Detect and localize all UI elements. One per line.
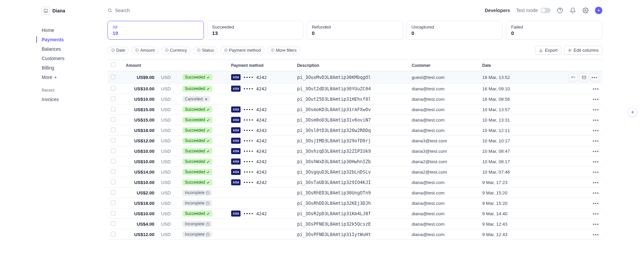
header-customer[interactable]: Customer bbox=[409, 60, 479, 71]
table-row[interactable]: US$12.00USDIncompletepi_3OsPFND3L8Amtip3… bbox=[108, 229, 602, 240]
card-last4: •••• 4242 bbox=[243, 107, 267, 112]
row-more-button[interactable]: ••• bbox=[593, 180, 599, 185]
row-checkbox[interactable] bbox=[111, 138, 116, 143]
table-row[interactable]: US$10.00USDSucceededVISA•••• 4242pi_3Osh… bbox=[108, 146, 602, 156]
row-more-button[interactable]: ••• bbox=[593, 190, 599, 196]
row-checkbox[interactable] bbox=[111, 200, 116, 205]
row-checkbox[interactable] bbox=[111, 169, 116, 174]
export-button[interactable]: Export bbox=[535, 46, 561, 55]
table-row[interactable]: US$12.00USDSucceededVISA•••• 4242pi_3Osj… bbox=[108, 136, 602, 146]
stat-card-succeeded[interactable]: Succeeded13 bbox=[207, 21, 304, 40]
status-badge: Succeeded bbox=[182, 74, 212, 80]
row-checkbox[interactable] bbox=[111, 190, 116, 195]
nav-item-billing[interactable]: Billing bbox=[0, 63, 97, 73]
row-more-button[interactable]: ••• bbox=[593, 221, 599, 227]
description-value: pi_3Osl0tD3L8Amtip326w2RDDq bbox=[294, 125, 408, 136]
row-checkbox[interactable] bbox=[111, 159, 116, 164]
row-checkbox[interactable] bbox=[111, 117, 116, 122]
filter-amount[interactable]: Amount bbox=[131, 47, 158, 54]
filter-more-filters[interactable]: More filters bbox=[267, 47, 300, 54]
refund-button[interactable] bbox=[569, 73, 577, 81]
floating-add-button[interactable] bbox=[628, 107, 637, 117]
filter-payment-method[interactable]: Payment method bbox=[220, 47, 265, 54]
table-row[interactable]: US$10.00USDSucceededVISA•••• 4242pi_3Out… bbox=[108, 84, 602, 94]
table-row[interactable]: US$10.00USDSucceededVISA•••• 4242pi_3Osh… bbox=[108, 156, 602, 167]
toggle-switch[interactable] bbox=[541, 8, 551, 13]
payments-table: Amount Payment method Description Custom… bbox=[108, 59, 602, 240]
nav-item-balances[interactable]: Balances bbox=[0, 44, 97, 54]
row-more-button[interactable]: ••• bbox=[593, 96, 599, 102]
table-row[interactable]: US$18.00USDIncompletepi_3OsRhDD3L8Amtip3… bbox=[108, 198, 602, 209]
account-switcher[interactable]: Diana bbox=[0, 5, 97, 16]
row-checkbox[interactable] bbox=[111, 232, 116, 236]
row-more-button[interactable]: ••• bbox=[593, 138, 599, 144]
table-row[interactable]: US$15.00USDSucceededVISA•••• 4242pi_3Osm… bbox=[108, 104, 602, 115]
table-row[interactable]: US$4.00USDIncompletepi_3OsPFND3L8Amtip32… bbox=[108, 219, 602, 229]
table-row[interactable]: US$10.00USDSucceededVISA•••• 4242pi_3OsR… bbox=[108, 209, 602, 219]
row-more-button[interactable]: ••• bbox=[590, 73, 599, 81]
table-row[interactable]: US$9.00USDSucceededVISA•••• 4242pi_3OuxM… bbox=[108, 71, 602, 84]
header-amount[interactable]: Amount bbox=[123, 60, 228, 71]
row-more-button[interactable]: ••• bbox=[593, 200, 599, 206]
recent-item-invoices[interactable]: Invoices bbox=[0, 95, 97, 104]
table-row[interactable]: US$10.00USDCancelledpi_3Out25D3L8Amtip31… bbox=[108, 94, 602, 104]
row-more-button[interactable]: ••• bbox=[593, 232, 599, 237]
table-row[interactable]: US$14.00USDSucceededVISA•••• 4242pi_3Osg… bbox=[108, 167, 602, 177]
nav-item-payments[interactable]: Payments bbox=[0, 35, 97, 44]
test-mode-toggle[interactable]: Test mode bbox=[516, 8, 551, 13]
notifications-icon[interactable] bbox=[569, 7, 576, 14]
check-icon bbox=[206, 129, 210, 132]
developers-link[interactable]: Developers bbox=[485, 8, 510, 13]
stat-card-uncaptured[interactable]: Uncaptured0 bbox=[406, 21, 503, 40]
table-row[interactable]: US$10.00USDSucceededVISA•••• 4242pi_3OsT… bbox=[108, 177, 602, 188]
row-checkbox[interactable] bbox=[111, 86, 116, 91]
select-all-checkbox[interactable] bbox=[111, 62, 116, 67]
row-more-button[interactable]: ••• bbox=[593, 117, 599, 123]
table-row[interactable]: US$18.00USDSucceededVISA•••• 4242pi_3Osl… bbox=[108, 125, 602, 136]
amount-value: US$15.00 bbox=[123, 115, 158, 125]
create-button[interactable] bbox=[595, 7, 602, 14]
row-checkbox[interactable] bbox=[111, 107, 116, 111]
header-date[interactable]: Date bbox=[479, 60, 545, 71]
row-checkbox[interactable] bbox=[111, 221, 116, 226]
row-checkbox[interactable] bbox=[111, 96, 116, 101]
card-last4: •••• 4242 bbox=[243, 128, 267, 133]
filter-currency[interactable]: Currency bbox=[161, 47, 191, 54]
nav-item-customers[interactable]: Customers bbox=[0, 54, 97, 63]
stat-card-refunded[interactable]: Refunded0 bbox=[307, 21, 403, 40]
stat-card-failed[interactable]: Failed0 bbox=[506, 21, 602, 40]
nav-item-home[interactable]: Home bbox=[0, 26, 97, 35]
edit-columns-button[interactable]: Edit columns bbox=[564, 46, 602, 55]
table-row[interactable]: US$15.00USDSucceededVISA•••• 4242pi_3Osm… bbox=[108, 115, 602, 125]
row-checkbox[interactable] bbox=[111, 211, 116, 216]
stat-card-all[interactable]: All19 bbox=[108, 21, 204, 40]
settings-icon[interactable] bbox=[582, 7, 589, 14]
send-receipt-button[interactable] bbox=[579, 73, 588, 81]
row-more-button[interactable]: ••• bbox=[593, 86, 599, 92]
card-last4: •••• 4242 bbox=[243, 170, 267, 175]
row-checkbox[interactable] bbox=[111, 128, 116, 132]
header-payment-method[interactable]: Payment method bbox=[228, 60, 294, 71]
header-description[interactable]: Description bbox=[294, 60, 408, 71]
row-more-button[interactable]: ••• bbox=[593, 148, 599, 154]
main-content: Developers Test mode All19Su bbox=[97, 0, 644, 240]
row-more-button[interactable]: ••• bbox=[593, 128, 599, 133]
row-checkbox[interactable] bbox=[111, 75, 116, 79]
row-checkbox[interactable] bbox=[111, 148, 116, 153]
search[interactable] bbox=[108, 8, 481, 13]
stat-value: 0 bbox=[511, 30, 597, 36]
filter-date[interactable]: Date bbox=[108, 47, 129, 54]
row-more-button[interactable]: ••• bbox=[593, 211, 599, 217]
row-more-button[interactable]: ••• bbox=[593, 159, 599, 165]
table-row[interactable]: US$2.00USDIncompletepi_3OsRhED3L8Amtip30… bbox=[108, 188, 602, 198]
help-icon[interactable] bbox=[557, 7, 563, 14]
amount-value: US$10.00 bbox=[123, 84, 158, 94]
search-input[interactable] bbox=[115, 8, 216, 13]
row-more-button[interactable]: ••• bbox=[593, 107, 599, 112]
nav-item-more[interactable]: More bbox=[0, 73, 97, 82]
row-more-button[interactable]: ••• bbox=[593, 169, 599, 175]
card-last4: •••• 4242 bbox=[243, 86, 267, 91]
filter-status[interactable]: Status bbox=[193, 47, 217, 54]
row-checkbox[interactable] bbox=[111, 180, 116, 184]
clock-icon bbox=[206, 201, 210, 205]
